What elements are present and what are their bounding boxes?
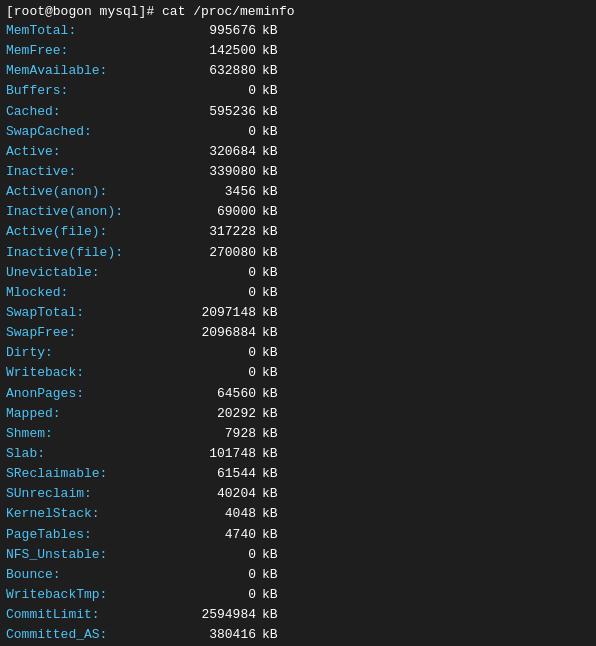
mem-value: 4048 (166, 504, 256, 524)
mem-value: 2096884 (166, 323, 256, 343)
mem-unit: kB (262, 484, 278, 504)
mem-key: CommitLimit: (6, 605, 166, 625)
table-row: Unevictable:0kB (6, 263, 590, 283)
mem-key: SReclaimable: (6, 464, 166, 484)
mem-key: SwapFree: (6, 323, 166, 343)
mem-value: 2594984 (166, 605, 256, 625)
mem-unit: kB (262, 222, 278, 242)
table-row: Bounce:0kB (6, 565, 590, 585)
mem-unit: kB (262, 102, 278, 122)
prompt-line: [root@bogon mysql]# cat /proc/meminfo (6, 4, 590, 19)
table-row: Inactive:339080kB (6, 162, 590, 182)
mem-unit: kB (262, 202, 278, 222)
mem-value: 4740 (166, 525, 256, 545)
mem-value: 61544 (166, 464, 256, 484)
mem-value: 270080 (166, 243, 256, 263)
mem-key: WritebackTmp: (6, 585, 166, 605)
mem-key: Cached: (6, 102, 166, 122)
mem-unit: kB (262, 162, 278, 182)
mem-unit: kB (262, 21, 278, 41)
mem-key: Committed_AS: (6, 625, 166, 645)
table-row: SwapCached:0kB (6, 122, 590, 142)
table-row: KernelStack:4048kB (6, 504, 590, 524)
mem-value: 995676 (166, 21, 256, 41)
mem-value: 20292 (166, 404, 256, 424)
mem-key: SwapCached: (6, 122, 166, 142)
table-row: Inactive(file):270080kB (6, 243, 590, 263)
mem-unit: kB (262, 61, 278, 81)
mem-key: Inactive: (6, 162, 166, 182)
mem-value: 320684 (166, 142, 256, 162)
mem-unit: kB (262, 142, 278, 162)
table-row: Dirty:0kB (6, 343, 590, 363)
mem-key: MemTotal: (6, 21, 166, 41)
table-row: PageTables:4740kB (6, 525, 590, 545)
table-row: Writeback:0kB (6, 363, 590, 383)
mem-unit: kB (262, 625, 278, 645)
mem-key: Inactive(anon): (6, 202, 166, 222)
table-row: SwapTotal:2097148kB (6, 303, 590, 323)
mem-value: 142500 (166, 41, 256, 61)
table-row: SReclaimable:61544kB (6, 464, 590, 484)
mem-key: Active(anon): (6, 182, 166, 202)
mem-unit: kB (262, 243, 278, 263)
mem-key: Writeback: (6, 363, 166, 383)
mem-unit: kB (262, 182, 278, 202)
mem-unit: kB (262, 343, 278, 363)
mem-value: 0 (166, 122, 256, 142)
mem-key: Slab: (6, 444, 166, 464)
mem-key: AnonPages: (6, 384, 166, 404)
table-row: Inactive(anon):69000kB (6, 202, 590, 222)
mem-key: Inactive(file): (6, 243, 166, 263)
mem-key: Active(file): (6, 222, 166, 242)
table-row: Slab:101748kB (6, 444, 590, 464)
table-row: WritebackTmp:0kB (6, 585, 590, 605)
mem-value: 3456 (166, 182, 256, 202)
mem-unit: kB (262, 303, 278, 323)
mem-key: MemFree: (6, 41, 166, 61)
mem-key: KernelStack: (6, 504, 166, 524)
mem-unit: kB (262, 585, 278, 605)
mem-key: Dirty: (6, 343, 166, 363)
table-row: CommitLimit:2594984kB (6, 605, 590, 625)
mem-value: 0 (166, 263, 256, 283)
mem-unit: kB (262, 263, 278, 283)
mem-value: 339080 (166, 162, 256, 182)
mem-value: 595236 (166, 102, 256, 122)
mem-key: Shmem: (6, 424, 166, 444)
mem-unit: kB (262, 323, 278, 343)
table-row: SwapFree:2096884kB (6, 323, 590, 343)
mem-value: 7928 (166, 424, 256, 444)
mem-unit: kB (262, 283, 278, 303)
mem-key: Mlocked: (6, 283, 166, 303)
mem-unit: kB (262, 81, 278, 101)
table-row: Active(file):317228kB (6, 222, 590, 242)
table-row: Shmem:7928kB (6, 424, 590, 444)
mem-value: 0 (166, 343, 256, 363)
mem-unit: kB (262, 605, 278, 625)
mem-unit: kB (262, 565, 278, 585)
mem-value: 380416 (166, 625, 256, 645)
mem-value: 64560 (166, 384, 256, 404)
mem-unit: kB (262, 504, 278, 524)
mem-unit: kB (262, 404, 278, 424)
mem-value: 0 (166, 545, 256, 565)
table-row: Active(anon):3456kB (6, 182, 590, 202)
table-row: Mlocked:0kB (6, 283, 590, 303)
table-row: Buffers:0kB (6, 81, 590, 101)
mem-key: NFS_Unstable: (6, 545, 166, 565)
meminfo-table: MemTotal:995676kBMemFree:142500kBMemAvai… (6, 21, 590, 646)
terminal-window: [root@bogon mysql]# cat /proc/meminfo Me… (0, 0, 596, 646)
table-row: MemTotal:995676kB (6, 21, 590, 41)
mem-unit: kB (262, 545, 278, 565)
mem-value: 101748 (166, 444, 256, 464)
table-row: MemFree:142500kB (6, 41, 590, 61)
mem-unit: kB (262, 363, 278, 383)
mem-unit: kB (262, 444, 278, 464)
table-row: AnonPages:64560kB (6, 384, 590, 404)
mem-key: Buffers: (6, 81, 166, 101)
mem-key: PageTables: (6, 525, 166, 545)
mem-unit: kB (262, 525, 278, 545)
table-row: Cached:595236kB (6, 102, 590, 122)
table-row: Committed_AS:380416kB (6, 625, 590, 645)
